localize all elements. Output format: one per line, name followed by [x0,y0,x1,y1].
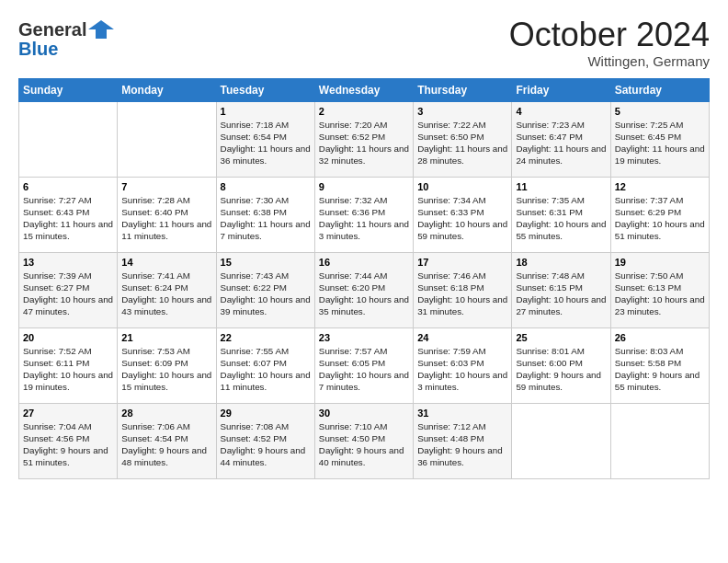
day-cell: 21Sunrise: 7:53 AMSunset: 6:09 PMDayligh… [118,327,216,403]
day-cell: 10Sunrise: 7:34 AMSunset: 6:33 PMDayligh… [414,177,512,252]
week-row-4: 20Sunrise: 7:52 AMSunset: 6:11 PMDayligh… [19,327,710,403]
day-number: 27 [23,408,113,419]
day-detail: Sunrise: 7:44 AMSunset: 6:20 PMDaylight:… [319,270,409,318]
day-cell: 23Sunrise: 7:57 AMSunset: 6:05 PMDayligh… [314,327,413,403]
day-number: 16 [319,257,409,268]
day-detail: Sunrise: 7:32 AMSunset: 6:36 PMDaylight:… [319,194,409,243]
day-detail: Sunrise: 7:48 AMSunset: 6:15 PMDaylight:… [516,270,606,318]
day-cell: 30Sunrise: 7:10 AMSunset: 4:50 PMDayligh… [314,403,413,478]
day-number: 20 [23,332,113,343]
calendar-body: 1Sunrise: 7:18 AMSunset: 6:54 PMDaylight… [19,101,710,478]
day-cell: 27Sunrise: 7:04 AMSunset: 4:56 PMDayligh… [19,403,118,478]
day-detail: Sunrise: 7:12 AMSunset: 4:48 PMDaylight:… [417,420,507,469]
day-detail: Sunrise: 7:20 AMSunset: 6:52 PMDaylight:… [319,119,409,167]
day-detail: Sunrise: 7:50 AMSunset: 6:13 PMDaylight:… [615,270,705,318]
day-detail: Sunrise: 7:23 AMSunset: 6:47 PMDaylight:… [516,119,606,167]
day-number: 10 [417,181,507,192]
day-cell: 28Sunrise: 7:06 AMSunset: 4:54 PMDayligh… [118,403,216,478]
day-cell [610,403,709,478]
day-cell: 18Sunrise: 7:48 AMSunset: 6:15 PMDayligh… [512,252,610,327]
logo: General Blue [18,17,114,60]
day-detail: Sunrise: 7:34 AMSunset: 6:33 PMDaylight:… [417,194,507,243]
day-cell: 15Sunrise: 7:43 AMSunset: 6:22 PMDayligh… [216,252,314,327]
day-cell: 9Sunrise: 7:32 AMSunset: 6:36 PMDaylight… [314,177,413,252]
day-number: 26 [615,332,705,343]
day-cell: 7Sunrise: 7:28 AMSunset: 6:40 PMDaylight… [118,177,216,252]
day-cell: 5Sunrise: 7:25 AMSunset: 6:45 PMDaylight… [610,101,709,177]
location: Wittingen, Germany [509,53,710,69]
day-detail: Sunrise: 7:35 AMSunset: 6:31 PMDaylight:… [516,194,606,243]
day-number: 17 [417,257,507,268]
calendar-page: General Blue October 2024 Wittingen, Ger… [0,0,728,488]
day-cell: 24Sunrise: 7:59 AMSunset: 6:03 PMDayligh… [414,327,512,403]
day-detail: Sunrise: 7:43 AMSunset: 6:22 PMDaylight:… [221,270,311,318]
day-number: 31 [417,408,507,419]
day-detail: Sunrise: 7:41 AMSunset: 6:24 PMDaylight:… [121,270,211,318]
day-detail: Sunrise: 7:18 AMSunset: 6:54 PMDaylight:… [221,119,311,167]
header-cell-tuesday: Tuesday [216,78,314,101]
day-number: 18 [516,257,606,268]
day-detail: Sunrise: 7:37 AMSunset: 6:29 PMDaylight:… [615,194,705,243]
day-number: 6 [23,181,113,192]
day-number: 19 [615,257,705,268]
header-cell-wednesday: Wednesday [314,78,413,101]
day-number: 7 [121,181,211,192]
day-detail: Sunrise: 7:28 AMSunset: 6:40 PMDaylight:… [121,194,211,243]
day-detail: Sunrise: 7:39 AMSunset: 6:27 PMDaylight:… [23,270,113,318]
day-detail: Sunrise: 7:08 AMSunset: 4:52 PMDaylight:… [221,420,311,469]
day-detail: Sunrise: 7:53 AMSunset: 6:09 PMDaylight:… [121,345,211,394]
day-cell: 8Sunrise: 7:30 AMSunset: 6:38 PMDaylight… [216,177,314,252]
day-number: 5 [615,106,705,117]
day-cell: 25Sunrise: 8:01 AMSunset: 6:00 PMDayligh… [512,327,610,403]
day-cell: 12Sunrise: 7:37 AMSunset: 6:29 PMDayligh… [610,177,709,252]
week-row-2: 6Sunrise: 7:27 AMSunset: 6:43 PMDaylight… [19,177,710,252]
day-detail: Sunrise: 7:25 AMSunset: 6:45 PMDaylight:… [615,119,705,167]
week-row-3: 13Sunrise: 7:39 AMSunset: 6:27 PMDayligh… [19,252,710,327]
day-cell: 22Sunrise: 7:55 AMSunset: 6:07 PMDayligh… [216,327,314,403]
day-detail: Sunrise: 7:55 AMSunset: 6:07 PMDaylight:… [221,345,311,394]
day-detail: Sunrise: 7:57 AMSunset: 6:05 PMDaylight:… [319,345,409,394]
header-cell-thursday: Thursday [414,78,512,101]
day-detail: Sunrise: 7:04 AMSunset: 4:56 PMDaylight:… [23,420,113,469]
header: General Blue October 2024 Wittingen, Ger… [18,17,710,69]
day-cell [118,101,216,177]
day-cell: 19Sunrise: 7:50 AMSunset: 6:13 PMDayligh… [610,252,709,327]
day-number: 23 [319,332,409,343]
day-number: 1 [221,106,311,117]
day-number: 8 [221,181,311,192]
day-cell: 26Sunrise: 8:03 AMSunset: 5:58 PMDayligh… [610,327,709,403]
day-number: 21 [121,332,211,343]
month-title: October 2024 [509,17,710,53]
svg-marker-0 [88,20,114,39]
day-number: 25 [516,332,606,343]
day-number: 14 [121,257,211,268]
header-cell-sunday: Sunday [19,78,118,101]
day-cell: 20Sunrise: 7:52 AMSunset: 6:11 PMDayligh… [19,327,118,403]
day-cell: 29Sunrise: 7:08 AMSunset: 4:52 PMDayligh… [216,403,314,478]
day-cell: 3Sunrise: 7:22 AMSunset: 6:50 PMDaylight… [414,101,512,177]
day-cell [19,101,118,177]
day-number: 28 [121,408,211,419]
day-number: 3 [417,106,507,117]
day-cell [512,403,610,478]
day-detail: Sunrise: 7:30 AMSunset: 6:38 PMDaylight:… [221,194,311,243]
day-number: 4 [516,106,606,117]
day-detail: Sunrise: 7:27 AMSunset: 6:43 PMDaylight:… [23,194,113,243]
day-cell: 14Sunrise: 7:41 AMSunset: 6:24 PMDayligh… [118,252,216,327]
day-detail: Sunrise: 8:01 AMSunset: 6:00 PMDaylight:… [516,345,606,394]
logo-icon [88,17,114,42]
header-cell-monday: Monday [118,78,216,101]
day-cell: 4Sunrise: 7:23 AMSunset: 6:47 PMDaylight… [512,101,610,177]
header-cell-saturday: Saturday [610,78,709,101]
day-number: 9 [319,181,409,192]
day-cell: 6Sunrise: 7:27 AMSunset: 6:43 PMDaylight… [19,177,118,252]
day-number: 24 [417,332,507,343]
day-number: 30 [319,408,409,419]
day-number: 12 [615,181,705,192]
day-cell: 2Sunrise: 7:20 AMSunset: 6:52 PMDaylight… [314,101,413,177]
header-row: SundayMondayTuesdayWednesdayThursdayFrid… [19,78,710,101]
logo-general-text: General [18,19,86,40]
day-cell: 17Sunrise: 7:46 AMSunset: 6:18 PMDayligh… [414,252,512,327]
day-number: 29 [221,408,311,419]
day-number: 15 [221,257,311,268]
